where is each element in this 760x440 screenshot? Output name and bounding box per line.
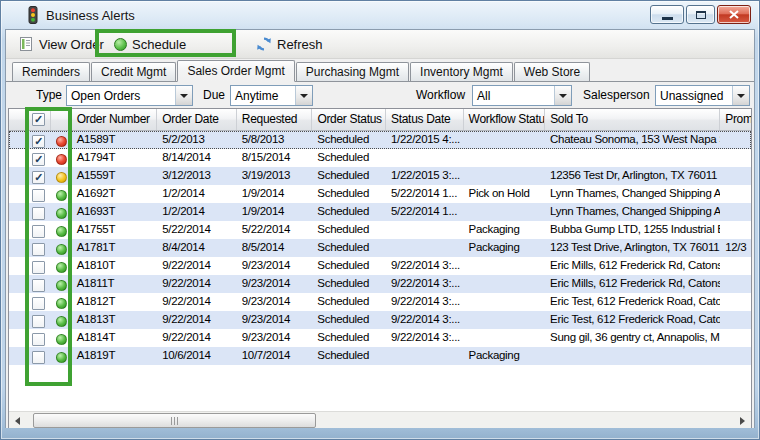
refresh-button[interactable]: Refresh — [252, 30, 327, 58]
row-checkbox[interactable] — [32, 279, 45, 292]
row-cell-order-date: 9/22/2014 — [157, 311, 237, 329]
schedule-button[interactable]: Schedule — [110, 30, 190, 58]
row-select-cell[interactable] — [27, 203, 51, 221]
row-checkbox[interactable] — [32, 225, 45, 238]
row-checkbox[interactable] — [32, 207, 45, 220]
client-area: View Order Schedule Refresh RemindersC — [5, 29, 755, 428]
table-row[interactable]: A1812T9/22/20149/23/2014Scheduled9/22/20… — [9, 293, 751, 311]
tab-credit-mgmt[interactable]: Credit Mgmt — [91, 62, 176, 81]
row-cell-promised — [720, 167, 751, 185]
row-select-cell[interactable] — [27, 185, 51, 203]
row-select-cell[interactable] — [27, 275, 51, 293]
table-row[interactable]: ✓A1794T8/14/20148/15/2014Scheduled — [9, 149, 751, 167]
tab-web-store[interactable]: Web Store — [514, 62, 590, 81]
table-row[interactable]: A1814T9/22/20149/23/2014Scheduled9/22/20… — [9, 329, 751, 347]
row-indicator — [9, 131, 27, 149]
row-cell-workflow-status — [464, 167, 546, 185]
row-cell-promised — [720, 221, 751, 239]
column-header-order-date[interactable]: Order Date — [157, 109, 237, 130]
row-cell-order-status: Scheduled — [312, 167, 386, 185]
tab-sales-order-mgmt[interactable]: Sales Order Mgmt — [177, 60, 294, 82]
scroll-left-button[interactable] — [9, 412, 26, 428]
due-dropdown[interactable]: Anytime — [230, 85, 313, 106]
table-row[interactable]: A1819T10/6/201410/7/2014ScheduledPackagi… — [9, 347, 751, 365]
row-cell-status-date: 5/22/2014 1... — [386, 185, 464, 203]
table-row[interactable]: ✓A1559T3/12/20133/19/2013Scheduled1/22/2… — [9, 167, 751, 185]
row-checkbox[interactable] — [32, 297, 45, 310]
row-checkbox[interactable] — [32, 243, 45, 256]
toolbar: View Order Schedule Refresh — [6, 30, 754, 59]
select-all-checkbox[interactable]: ✓ — [32, 113, 45, 126]
table-row[interactable]: A1781T8/4/20148/5/2014ScheduledPackaging… — [9, 239, 751, 257]
view-order-icon — [18, 36, 34, 52]
column-header-requested[interactable]: Requested — [237, 109, 313, 130]
table-row[interactable]: A1693T1/2/20141/9/2014Scheduled5/22/2014… — [9, 203, 751, 221]
row-cell-order-date: 8/4/2014 — [157, 239, 237, 257]
view-order-button[interactable]: View Order — [14, 30, 108, 58]
salesperson-dropdown-arrow-icon[interactable] — [732, 86, 749, 105]
row-status-light-cell — [51, 239, 72, 257]
status-light-yellow-icon — [56, 172, 67, 183]
status-light-green-icon — [56, 316, 67, 327]
column-header-sold-to[interactable]: Sold To — [545, 109, 720, 130]
type-dropdown[interactable]: Open Orders — [66, 85, 193, 106]
table-row[interactable]: ✓A1589T5/2/20135/8/2013Scheduled1/22/201… — [9, 131, 751, 149]
row-cell-order-status: Scheduled — [312, 311, 386, 329]
row-status-light-cell — [51, 293, 72, 311]
row-checkbox[interactable]: ✓ — [32, 153, 45, 166]
row-select-cell[interactable] — [27, 347, 51, 365]
column-header-status-date[interactable]: Status Date — [386, 109, 464, 130]
table-row[interactable]: A1810T9/22/20149/23/2014Scheduled9/22/20… — [9, 257, 751, 275]
column-header-prom[interactable]: Prom — [720, 109, 751, 130]
minimize-button[interactable] — [650, 5, 684, 24]
row-select-cell[interactable] — [27, 221, 51, 239]
row-select-cell[interactable] — [27, 293, 51, 311]
close-button[interactable] — [717, 5, 751, 24]
scrollbar-thumb[interactable] — [33, 413, 316, 428]
column-header-order-status[interactable]: Order Status — [312, 109, 386, 130]
row-checkbox[interactable]: ✓ — [32, 135, 45, 148]
workflow-dropdown[interactable]: All — [472, 85, 572, 106]
maximize-button[interactable] — [686, 5, 715, 24]
title-bar[interactable]: Business Alerts — [1, 1, 759, 29]
row-select-cell[interactable] — [27, 311, 51, 329]
workflow-label: Workflow — [416, 88, 465, 102]
column-header-order-number[interactable]: Order Number — [72, 109, 158, 130]
row-cell-workflow-status: Packaging — [464, 239, 546, 257]
status-light-green-icon — [56, 262, 67, 273]
select-all-header[interactable]: ✓ — [27, 109, 51, 130]
table-row[interactable]: A1811T9/22/20149/23/2014Scheduled9/22/20… — [9, 275, 751, 293]
scroll-right-button[interactable] — [734, 412, 751, 428]
row-select-cell[interactable]: ✓ — [27, 131, 51, 149]
row-checkbox[interactable]: ✓ — [32, 171, 45, 184]
row-select-cell[interactable]: ✓ — [27, 149, 51, 167]
tab-purchasing-mgmt[interactable]: Purchasing Mgmt — [296, 62, 409, 81]
table-row[interactable]: A1813T9/22/20149/23/2014Scheduled9/22/20… — [9, 311, 751, 329]
due-dropdown-arrow-icon[interactable] — [295, 86, 312, 105]
row-select-cell[interactable] — [27, 329, 51, 347]
row-select-cell[interactable] — [27, 257, 51, 275]
row-checkbox[interactable] — [32, 315, 45, 328]
tab-reminders[interactable]: Reminders — [12, 62, 90, 81]
table-row[interactable]: A1755T5/22/20145/22/2014ScheduledPackagi… — [9, 221, 751, 239]
tab-inventory-mgmt[interactable]: Inventory Mgmt — [410, 62, 513, 81]
scrollbar-grip-icon — [171, 417, 179, 425]
type-label: Type — [36, 88, 62, 102]
workflow-dropdown-arrow-icon[interactable] — [554, 86, 571, 105]
row-cell-promised — [720, 329, 751, 347]
row-checkbox[interactable] — [32, 261, 45, 274]
row-cell-order-number: A1811T — [72, 275, 158, 293]
column-header-workflow-status[interactable]: Workflow Status — [464, 109, 546, 130]
horizontal-scrollbar[interactable] — [9, 411, 751, 428]
table-row[interactable]: A1692T1/2/20141/9/2014Scheduled5/22/2014… — [9, 185, 751, 203]
row-checkbox[interactable] — [32, 351, 45, 364]
salesperson-dropdown[interactable]: Unassigned — [655, 85, 750, 106]
row-select-cell[interactable]: ✓ — [27, 167, 51, 185]
type-dropdown-arrow-icon[interactable] — [175, 86, 192, 105]
row-select-cell[interactable] — [27, 239, 51, 257]
row-cell-order-number: A1589T — [72, 131, 158, 149]
status-light-header — [51, 109, 72, 130]
status-light-green-icon — [56, 208, 67, 219]
row-checkbox[interactable] — [32, 189, 45, 202]
row-checkbox[interactable] — [32, 333, 45, 346]
